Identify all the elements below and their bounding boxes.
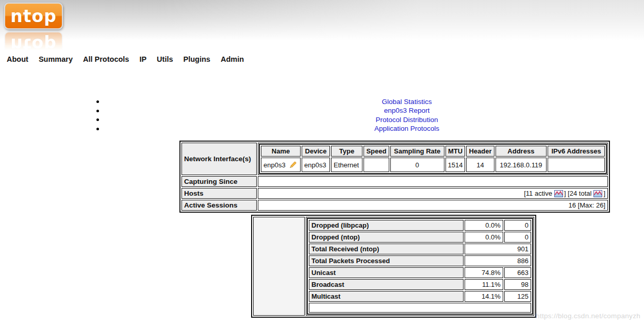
col-header-ipv6: IPv6 Addresses <box>548 146 605 157</box>
row-label-capturing-since: Capturing Since <box>181 176 257 187</box>
interface-device: enp0s3 <box>302 158 330 172</box>
nav-summary[interactable]: Summary <box>39 55 73 63</box>
stat-label: Total Received (ntop) <box>309 244 464 254</box>
network-interfaces-cell: Name Device Type Speed Sampling Rate MTU… <box>258 143 608 175</box>
traffic-chart-icon[interactable] <box>554 190 563 197</box>
row-label-active-sessions: Active Sessions <box>181 200 257 211</box>
stat-percent: 0.0% <box>465 232 503 243</box>
nav-admin[interactable]: Admin <box>221 55 244 63</box>
stat-percent: 0.0% <box>465 220 503 231</box>
stat-label: Broadcast <box>309 279 464 290</box>
list-bullet <box>96 118 99 121</box>
stat-value: 901 <box>465 244 531 254</box>
col-header-header: Header <box>466 146 494 157</box>
ntop-logo-text: ntop <box>10 6 57 26</box>
interface-summary-table: Network Interface(s) Name Device Type Sp… <box>179 141 610 213</box>
table-row: Dropped (libpcap) 0.0% 0 <box>309 220 531 231</box>
table-row: Multicast 14.1% 125 <box>309 291 531 302</box>
stat-value: 663 <box>504 267 531 278</box>
nav-all-protocols[interactable]: All Protocols <box>83 55 129 63</box>
interface-header: 14 <box>466 158 494 172</box>
col-header-address: Address <box>496 146 547 157</box>
traffic-stats-left-cell <box>253 217 305 316</box>
col-header-sampling-rate: Sampling Rate <box>390 146 444 157</box>
nav-about[interactable]: About <box>7 55 28 63</box>
list-bullet <box>96 110 99 112</box>
hosts-value: [11 active ] [24 total ] <box>258 188 608 199</box>
col-header-speed: Speed <box>364 146 389 157</box>
stat-value: 0 <box>504 232 531 243</box>
stat-label: Dropped (ntop) <box>309 232 464 243</box>
nav-ip[interactable]: IP <box>139 55 146 63</box>
stat-label: Multicast <box>309 291 464 302</box>
stat-value: 886 <box>465 255 531 266</box>
table-row: Total Received (ntop) 901 <box>309 244 531 254</box>
table-row <box>309 303 531 313</box>
stat-percent: 14.1% <box>465 291 503 302</box>
ntop-logo: ntop <box>4 3 63 29</box>
link-global-statistics[interactable]: Global Statistics <box>170 97 644 106</box>
interface-sampling-rate: 0 <box>390 158 444 172</box>
table-row: Active Sessions 16 [Max: 26] <box>181 200 608 211</box>
col-header-mtu: MTU <box>445 146 466 157</box>
stat-label: Total Packets Processed <box>309 255 464 266</box>
link-protocol-distribution[interactable]: Protocol Distribution <box>170 115 644 124</box>
table-row: Total Packets Processed 886 <box>309 255 531 266</box>
table-row: enp0s3 enp0s3 Ethernet 0 1514 14 192.168… <box>261 158 605 172</box>
interface-address: 192.168.0.119 <box>496 158 547 172</box>
main-nav: About Summary All Protocols IP Utils Plu… <box>7 55 244 63</box>
active-sessions-value: 16 [Max: 26] <box>258 200 608 211</box>
edit-pencil-icon[interactable] <box>288 161 298 169</box>
traffic-stats-outer-table: Dropped (libpcap) 0.0% 0 Dropped (ntop) … <box>251 215 536 318</box>
nav-utils[interactable]: Utils <box>157 55 173 63</box>
ntop-logo-reflection: ntop <box>4 31 63 58</box>
csdn-watermark: https://blog.csdn.net/companyzh <box>536 312 640 320</box>
traffic-chart-icon[interactable] <box>593 190 602 197</box>
table-row: Dropped (ntop) 0.0% 0 <box>309 232 531 243</box>
hosts-close-bracket: ] <box>603 190 605 197</box>
stat-value: 0 <box>504 220 531 231</box>
stat-value: 98 <box>504 279 531 290</box>
link-enp0s3-report[interactable]: enp0s3 Report <box>170 106 644 115</box>
hosts-total-text: ] [24 total <box>564 190 591 197</box>
interface-speed <box>364 158 389 172</box>
interface-ipv6 <box>548 158 605 172</box>
quick-links: Global Statistics enp0s3 Report Protocol… <box>170 97 644 133</box>
quick-links-bullets <box>96 100 99 136</box>
nav-plugins[interactable]: Plugins <box>184 55 210 63</box>
row-label-hosts: Hosts <box>181 188 257 199</box>
empty-stats-cell <box>309 303 531 313</box>
col-header-name: Name <box>261 146 301 157</box>
stat-label: Dropped (libpcap) <box>309 220 464 231</box>
interface-name: enp0s3 <box>263 161 286 169</box>
interface-mtu: 1514 <box>445 158 466 172</box>
interface-type: Ethernet <box>331 158 362 172</box>
table-row: Broadcast 11.1% 98 <box>309 279 531 290</box>
stat-label: Unicast <box>309 267 464 278</box>
link-application-protocols[interactable]: Application Protocols <box>170 124 644 133</box>
table-row: Hosts [11 active ] [24 total ] <box>181 188 608 199</box>
table-row: Unicast 74.8% 663 <box>309 267 531 278</box>
col-header-device: Device <box>302 146 330 157</box>
table-row: Capturing Since <box>181 176 608 187</box>
interface-name-cell: enp0s3 <box>261 158 301 172</box>
traffic-stats-cell: Dropped (libpcap) 0.0% 0 Dropped (ntop) … <box>306 217 534 316</box>
stat-percent: 74.8% <box>465 267 503 278</box>
row-label-network-interfaces: Network Interface(s) <box>181 143 257 175</box>
capturing-since-value <box>258 176 608 187</box>
hosts-active-text: [11 active <box>524 190 552 197</box>
header-gradient-band <box>0 0 644 51</box>
list-bullet <box>96 100 99 103</box>
col-header-type: Type <box>331 146 362 157</box>
stat-value: 125 <box>504 291 531 302</box>
interface-detail-table: Name Device Type Speed Sampling Rate MTU… <box>259 144 607 174</box>
traffic-stats-table: Dropped (libpcap) 0.0% 0 Dropped (ntop) … <box>307 218 533 315</box>
stat-percent: 11.1% <box>465 279 503 290</box>
list-bullet <box>96 128 99 130</box>
